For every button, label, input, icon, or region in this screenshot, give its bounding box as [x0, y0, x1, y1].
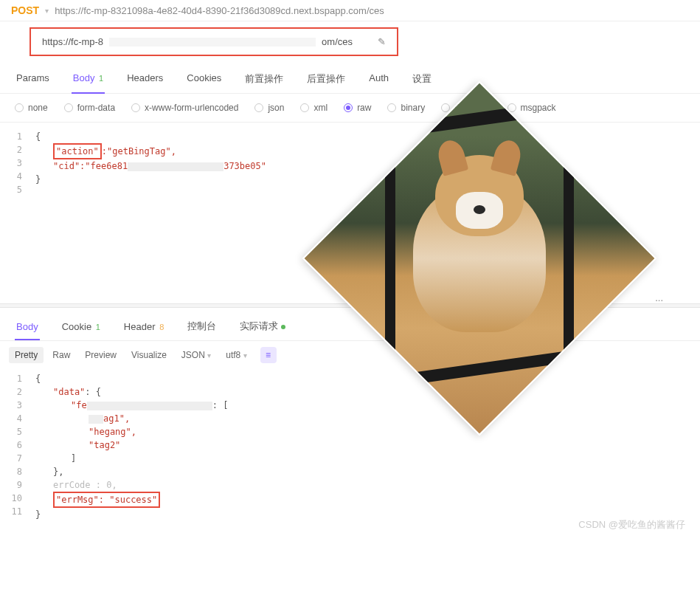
resp-l3s: : [	[212, 400, 229, 410]
radio-raw[interactable]: raw	[344, 103, 371, 113]
resp-l10: "errMsg": "success"	[56, 495, 157, 505]
watermark: CSDN @爱吃鱼的酱酱仔	[578, 518, 685, 531]
resp-l3p: "fe	[71, 400, 87, 410]
action-key-highlight: "action"	[53, 143, 102, 159]
resp-l8: },	[53, 467, 63, 477]
url-prefix: https://fc-mp-8	[42, 36, 103, 47]
req-action-rest: :"getBingTag",	[102, 146, 176, 156]
sub-pretty[interactable]: Pretty	[9, 347, 44, 363]
resp-tab-header[interactable]: Header 8	[122, 317, 165, 340]
resp-l4: ag1",	[103, 413, 130, 424]
radio-msgpack[interactable]: msgpack	[507, 103, 556, 113]
response-body-editor[interactable]: 1234567891011 { "data": { "fe: [ ag1", "…	[0, 369, 700, 536]
resp-actual-label: 实际请求	[240, 320, 278, 331]
req-cid-prefix: "cid":"fee6e81	[53, 161, 128, 171]
resp-mask1	[87, 402, 212, 410]
resp-l1: {	[35, 374, 41, 384]
resp-l11: }	[35, 509, 41, 520]
tab-settings[interactable]: 设置	[411, 68, 433, 93]
req-action-key: "action"	[56, 146, 99, 156]
req-gutter: 12345	[0, 130, 30, 307]
http-method[interactable]: POST	[11, 4, 39, 16]
sub-json-label: JSON	[181, 350, 205, 360]
edit-icon[interactable]: ✎	[378, 36, 386, 47]
sub-preview[interactable]: Preview	[79, 347, 122, 363]
radio-raw-label: raw	[357, 103, 371, 113]
errmsg-highlight: "errMsg": "success"	[53, 492, 160, 508]
resp-l6: "tag2"	[89, 440, 120, 450]
resp-cookie-label: Cookie	[62, 321, 91, 332]
url-input[interactable]: https://fc-mp-8321098a-4e82-40d4-8390-21…	[55, 5, 689, 16]
resp-tab-console[interactable]: 控制台	[186, 315, 218, 340]
radio-none[interactable]: none	[15, 103, 48, 113]
radio-urlencoded[interactable]: x-www-form-urlencoded	[131, 103, 238, 113]
url-masked	[109, 38, 316, 47]
tab-body-label: Body	[73, 72, 95, 83]
radio-urlencoded-label: x-www-form-urlencoded	[145, 103, 238, 113]
radio-json-label: json	[268, 103, 284, 113]
resp-gutter: 1234567891011	[0, 372, 30, 521]
req-cid-suffix: 373be05"	[223, 161, 266, 171]
url-display-box: https://fc-mp-8 om/ces ✎	[30, 27, 398, 56]
radio-msgpack-label: msgpack	[521, 103, 556, 113]
sub-visualize[interactable]: Visualize	[125, 347, 173, 363]
resp-l2r: : {	[85, 387, 101, 397]
resp-header-label: Header	[124, 321, 156, 332]
green-dot-icon	[281, 325, 285, 329]
sub-json[interactable]: JSON ▾	[176, 347, 217, 363]
radio-none-label: none	[28, 103, 48, 113]
resp-l7: ]	[71, 453, 76, 464]
resp-cookie-badge: 1	[96, 323, 100, 331]
resp-tab-cookie[interactable]: Cookie 1	[60, 317, 102, 340]
tab-auth[interactable]: Auth	[367, 68, 390, 93]
response-subbar: Pretty Raw Preview Visualize JSON ▾ utf8…	[0, 341, 700, 369]
body-type-selector: none form-data x-www-form-urlencoded jso…	[0, 94, 700, 123]
tab-body[interactable]: Body 1	[72, 68, 105, 93]
resp-l5: "hegang",	[89, 427, 136, 437]
sub-utf8-label: utf8	[226, 350, 240, 360]
radio-formdata-label: form-data	[77, 103, 115, 113]
radio-json[interactable]: json	[254, 103, 284, 113]
radio-binary-label: binary	[401, 103, 425, 113]
tab-post[interactable]: 后置操作	[305, 68, 347, 93]
resp-mask2	[89, 415, 103, 424]
radio-binary[interactable]: binary	[387, 103, 425, 113]
request-tabs: Params Body 1 Headers Cookies 前置操作 后置操作 …	[0, 62, 700, 94]
sub-raw[interactable]: Raw	[46, 347, 76, 363]
sub-utf8[interactable]: utf8 ▾	[220, 347, 252, 363]
resp-l2k: "data"	[53, 387, 85, 397]
radio-xml-label: xml	[313, 103, 328, 113]
tab-cookies[interactable]: Cookies	[185, 68, 223, 93]
tab-headers[interactable]: Headers	[125, 68, 164, 93]
req-l1: {	[35, 131, 41, 142]
url-suffix: om/ces	[322, 36, 353, 47]
tab-pre[interactable]: 前置操作	[243, 68, 285, 93]
format-button[interactable]: ≡	[260, 347, 277, 363]
resp-l9: errCode : 0,	[53, 480, 117, 490]
req-l4: }	[35, 174, 41, 185]
chevron-down-icon: ▾	[243, 351, 247, 359]
tab-params[interactable]: Params	[15, 68, 51, 93]
cid-mask	[128, 162, 223, 171]
body-badge: 1	[99, 74, 103, 83]
chevron-down-icon: ▾	[207, 351, 211, 359]
resp-header-badge: 8	[159, 323, 164, 331]
radio-xml[interactable]: xml	[300, 103, 328, 113]
resp-code[interactable]: { "data": { "fe: [ ag1", "hegang", "tag2…	[30, 372, 700, 521]
resp-tab-actual[interactable]: 实际请求	[238, 315, 287, 340]
chevron-down-icon[interactable]: ▾	[45, 7, 49, 15]
resp-tab-body[interactable]: Body	[15, 317, 40, 340]
radio-formdata[interactable]: form-data	[64, 103, 115, 113]
